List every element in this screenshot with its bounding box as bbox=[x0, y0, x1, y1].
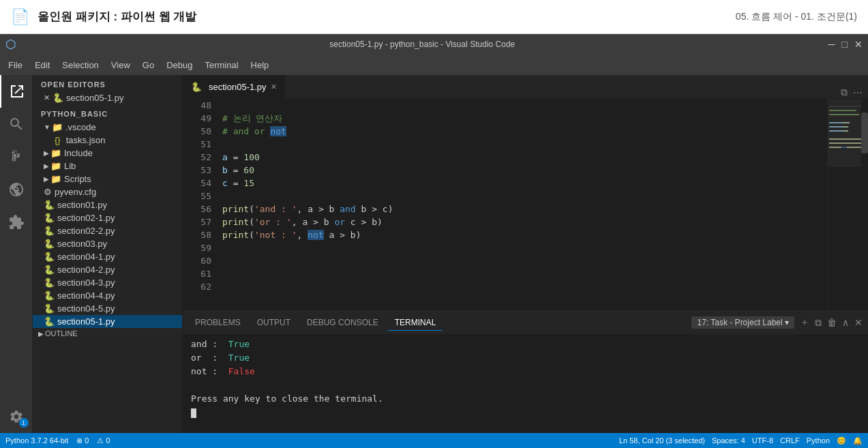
menu-debug[interactable]: Debug bbox=[161, 59, 198, 72]
python-file-icon: 🐍 bbox=[44, 252, 55, 262]
section04-3-py[interactable]: 🐍 section04-3.py bbox=[33, 276, 182, 289]
terminal-selector[interactable]: 17: Task - Project Label ▾ bbox=[691, 316, 794, 329]
notifications-status[interactable]: 🔔 bbox=[853, 436, 863, 445]
section02-1-py[interactable]: 🐍 section02-1.py bbox=[33, 211, 182, 224]
section01-py[interactable]: 🐍 section01.py bbox=[33, 198, 182, 211]
menu-edit[interactable]: Edit bbox=[29, 59, 55, 72]
python-file-icon: 🐍 bbox=[53, 93, 63, 103]
section04-1-py[interactable]: 🐍 section04-1.py bbox=[33, 250, 182, 263]
code-lines[interactable]: # 논리 연산자 # and or not a = 100 b = 60 c =… bbox=[217, 99, 827, 310]
include-folder-label: Include bbox=[64, 148, 93, 158]
new-terminal-icon[interactable]: ＋ bbox=[800, 316, 809, 329]
panel-tab-terminal[interactable]: TERMINAL bbox=[388, 315, 443, 331]
split-terminal-icon[interactable]: ⧉ bbox=[815, 317, 822, 329]
activity-settings[interactable]: 1 bbox=[0, 400, 33, 433]
python-file-icon: 🐍 bbox=[44, 200, 55, 210]
activity-debug[interactable] bbox=[0, 173, 33, 206]
status-bar: Python 3.7.2 64-bit ⊗ 0 ⚠ 0 Ln 58, Col 2… bbox=[0, 433, 868, 448]
activity-search[interactable] bbox=[0, 108, 33, 140]
lesson-subtitle: 05. 흐름 제어 - 01. 조건문(1) bbox=[736, 11, 857, 23]
expand-arrow-icon: ▶ bbox=[38, 330, 44, 338]
lib-folder[interactable]: ▶ 📁 Lib bbox=[33, 160, 182, 173]
main-content: 1 OPEN EDITORS ✕ 🐍 section05-1.py PYTHON… bbox=[0, 75, 868, 433]
home-icon[interactable]: 📄 bbox=[11, 8, 29, 26]
more-actions-icon[interactable]: ⋯ bbox=[853, 87, 863, 98]
line-numbers: 48 49 50 51 52 53 54 55 56 57 58 59 60 6… bbox=[188, 99, 217, 310]
kill-terminal-icon[interactable]: 🗑 bbox=[827, 317, 837, 328]
close-button[interactable]: ✕ bbox=[854, 39, 863, 50]
activity-extensions[interactable] bbox=[0, 206, 33, 239]
terminal-content[interactable]: and : True or : True not : False Press a… bbox=[183, 335, 868, 433]
vscode-folder[interactable]: ▼ 📁 .vscode bbox=[33, 121, 182, 134]
python-file-icon: 🐍 bbox=[44, 239, 55, 249]
vscode-window: ⬡ section05-1.py - python_basic - Visual… bbox=[0, 34, 868, 448]
code-line-51 bbox=[222, 138, 827, 151]
panel-tab-debug-console[interactable]: DEBUG CONSOLE bbox=[300, 315, 385, 331]
settings-badge: 1 bbox=[19, 418, 29, 428]
expand-arrow-icon: ▶ bbox=[44, 149, 49, 157]
section04-5-label: section04-5.py bbox=[57, 303, 115, 314]
section02-2-py[interactable]: 🐍 section02-2.py bbox=[33, 224, 182, 237]
close-panel-icon[interactable]: ✕ bbox=[854, 317, 863, 328]
menu-go[interactable]: Go bbox=[137, 59, 160, 72]
pyvenv-cfg[interactable]: ⚙ pyvenv.cfg bbox=[33, 185, 182, 198]
indentation-status[interactable]: Spaces: 4 bbox=[712, 436, 745, 445]
scripts-folder[interactable]: ▶ 📁 Scripts bbox=[33, 173, 182, 185]
split-editor-icon[interactable]: ⧉ bbox=[841, 87, 848, 98]
code-line-52: a = 100 bbox=[222, 151, 827, 164]
folder-icon: 📁 bbox=[50, 148, 61, 158]
activity-source-control[interactable] bbox=[0, 140, 33, 173]
cursor-position-status[interactable]: Ln 58, Col 20 (3 selected) bbox=[619, 436, 705, 445]
python-version-status[interactable]: Python 3.7.2 64-bit bbox=[5, 436, 68, 445]
tasks-json-file[interactable]: {} tasks.json bbox=[33, 134, 182, 147]
code-line-61 bbox=[222, 267, 827, 280]
section04-2-py[interactable]: 🐍 section04-2.py bbox=[33, 263, 182, 276]
status-bar-right: Ln 58, Col 20 (3 selected) Spaces: 4 UTF… bbox=[619, 436, 863, 445]
expand-arrow-icon: ▶ bbox=[44, 162, 49, 170]
emoji-status[interactable]: 😊 bbox=[837, 436, 846, 445]
menu-help[interactable]: Help bbox=[245, 59, 275, 72]
line-ending-status[interactable]: CRLF bbox=[780, 436, 800, 445]
menu-terminal[interactable]: Terminal bbox=[199, 59, 243, 72]
code-editor: 48 49 50 51 52 53 54 55 56 57 58 59 60 6… bbox=[183, 99, 868, 310]
window-controls: ─ □ ✕ bbox=[828, 39, 863, 50]
editor-area: 🐍 section05-1.py ✕ ⧉ ⋯ 48 49 bbox=[183, 75, 868, 433]
sidebar: OPEN EDITORS ✕ 🐍 section05-1.py PYTHON_B… bbox=[33, 75, 183, 433]
close-icon[interactable]: ✕ bbox=[44, 93, 50, 102]
errors-status[interactable]: ⊗ 0 bbox=[76, 436, 89, 445]
warnings-status[interactable]: ⚠ 0 bbox=[97, 436, 110, 445]
encoding-status[interactable]: UTF-8 bbox=[752, 436, 773, 445]
include-folder[interactable]: ▶ 📁 Include bbox=[33, 147, 182, 160]
section04-4-py[interactable]: 🐍 section04-4.py bbox=[33, 289, 182, 302]
panel-tab-problems[interactable]: PROBLEMS bbox=[188, 315, 248, 331]
outline-section[interactable]: ▶ OUTLINE bbox=[33, 328, 182, 339]
encoding-label: UTF-8 bbox=[752, 436, 773, 445]
cfg-file-icon: ⚙ bbox=[44, 187, 52, 197]
code-line-49: # 논리 연산자 bbox=[222, 112, 827, 125]
maximize-panel-icon[interactable]: ∧ bbox=[842, 317, 849, 328]
code-line-48 bbox=[222, 99, 827, 112]
open-editor-section05[interactable]: ✕ 🐍 section05-1.py bbox=[33, 91, 182, 104]
minimize-button[interactable]: ─ bbox=[828, 39, 835, 50]
menu-selection[interactable]: Selection bbox=[57, 59, 104, 72]
activity-bar: 1 bbox=[0, 75, 33, 433]
terminal-line-or: or : True bbox=[191, 351, 860, 365]
tab-close-icon[interactable]: ✕ bbox=[271, 83, 277, 91]
python-file-icon: 🐍 bbox=[44, 265, 55, 275]
language-mode-status[interactable]: Python bbox=[807, 436, 830, 445]
menu-file[interactable]: File bbox=[3, 59, 28, 72]
tasks-json-label: tasks.json bbox=[66, 135, 106, 145]
code-line-62 bbox=[222, 280, 827, 293]
section05-1-py[interactable]: 🐍 section05-1.py bbox=[33, 315, 182, 328]
activity-explorer[interactable] bbox=[0, 75, 33, 108]
panel-tab-output[interactable]: OUTPUT bbox=[250, 315, 297, 331]
open-editor-label: section05-1.py bbox=[66, 93, 124, 103]
menu-view[interactable]: View bbox=[106, 59, 136, 72]
section03-py[interactable]: 🐍 section03.py bbox=[33, 237, 182, 250]
maximize-button[interactable]: □ bbox=[842, 39, 848, 50]
editor-tab-section05[interactable]: 🐍 section05-1.py ✕ bbox=[183, 75, 286, 98]
panel-actions: 17: Task - Project Label ▾ ＋ ⧉ 🗑 ∧ ✕ bbox=[691, 316, 863, 329]
code-line-54: c = 15 bbox=[222, 177, 827, 190]
code-line-59 bbox=[222, 241, 827, 254]
section04-5-py[interactable]: 🐍 section04-5.py bbox=[33, 302, 182, 315]
